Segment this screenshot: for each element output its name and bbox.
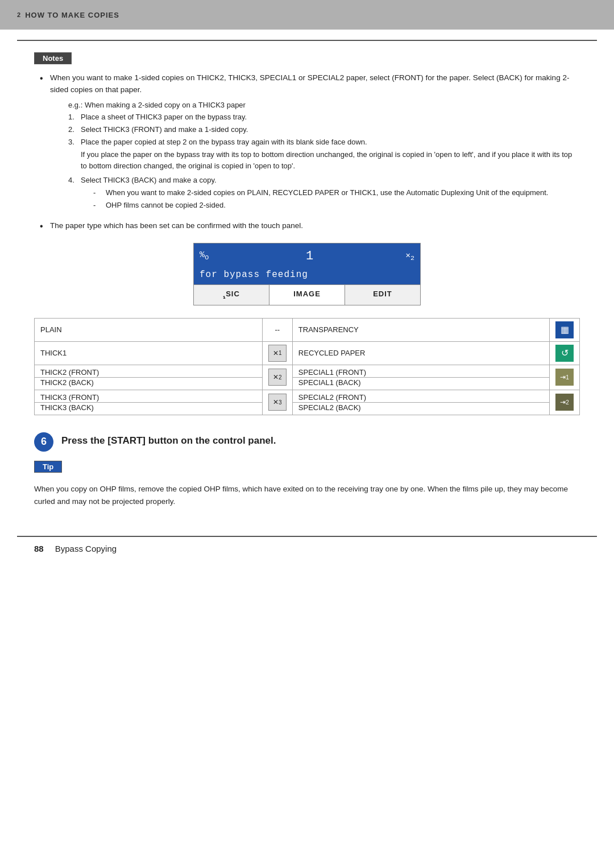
list-num-3: 3. [68,137,81,148]
list-item-1: 1. Place a sheet of THICK3 paper on the … [68,111,580,123]
list-num-4: 4. [68,175,81,186]
cell-thick2-front-label: THICK2 (FRONT) [35,365,263,377]
transparency-icon: ▦ [555,321,574,338]
tip-box: Tip [34,461,62,473]
ui-mid-row: for bypass feeding [194,268,420,284]
example-block: e.g.: When making a 2-sided copy on a TH… [34,101,580,211]
table-row-thick2-front: THICK2 (FRONT) ✕2 SPECIAL1 (FRONT) ⇥1 [35,365,580,377]
step4-sub-2: - OHP films cannot be copied 2-sided. [68,200,580,211]
list-num-1: 1. [68,111,81,123]
bullet-text-2: The paper type which has been set can be… [50,220,303,232]
footer-title: Bypass Copying [55,544,117,553]
recycled-icon: ↺ [555,345,574,362]
ui-btn-edit[interactable]: EDIT [345,285,420,305]
table-row-thick3-back: THICK3 (BACK) SPECIAL2 (BACK) [35,402,580,415]
list-text-1: Place a sheet of THICK3 paper on the byp… [81,111,247,123]
bullet-section-1: • When you want to make 1-sided copies o… [34,72,580,211]
list-item-4: 4. Select THICK3 (BACK) and make a copy. [68,175,580,186]
bullet-text-1: When you want to make 1-sided copies on … [50,72,580,96]
ui-screenshot: %o 1 ✕2 for bypass feeding ₁SIC IMAGE ED… [34,243,580,305]
table-row-thick3-front: THICK3 (FRONT) ✕3 SPECIAL2 (FRONT) ⇥2 [35,390,580,402]
numbered-list: 1. Place a sheet of THICK3 paper on the … [68,111,580,148]
cell-special1-icon: ⇥1 [550,365,580,390]
list-item-2: 2. Select THICK3 (FRONT) and make a 1-si… [68,124,580,135]
cell-transparency-icon: ▦ [550,318,580,341]
notes-box: Notes [34,52,72,64]
cell-special1-back-label: SPECIAL1 (BACK) [292,377,549,390]
step4-sub-1: - When you want to make 2-sided copies o… [68,187,580,199]
ui-percent: %o [200,250,209,262]
bullet-item-1: • When you want to make 1-sided copies o… [34,72,580,96]
ui-icon-top: ✕2 [406,250,414,262]
notes-label: Notes [35,53,71,64]
special2-icon: ⇥2 [555,394,574,411]
cell-thick2-back-label: THICK2 (BACK) [35,377,263,390]
tip-label: Tip [35,461,61,472]
cell-thick2-icon: ✕2 [262,365,292,390]
paper-table: PLAIN -- TRANSPARENCY ▦ THICK1 ✕1 RECYCL… [34,318,580,415]
list-text-3: Place the paper copied at step 2 on the … [81,137,367,148]
cell-plain-label: PLAIN [35,318,263,341]
list-text-2: Select THICK3 (FRONT) and make a 1-sided… [81,124,248,135]
cell-thick1-label: THICK1 [35,341,263,365]
thick3-icon: ✕3 [268,394,287,411]
thick2-icon: ✕2 [268,369,287,386]
cell-thick3-icon: ✕3 [262,390,292,415]
cell-special2-front-label: SPECIAL2 (FRONT) [292,390,549,402]
ui-btn-image[interactable]: IMAGE [269,285,345,305]
ui-panel: %o 1 ✕2 for bypass feeding ₁SIC IMAGE ED… [193,243,421,305]
list-num-2: 2. [68,124,81,135]
chapter-number: 2 [17,11,20,18]
cell-special2-back-label: SPECIAL2 (BACK) [292,402,549,415]
chapter-title: HOW TO MAKE COPIES [25,11,119,19]
dash-1: - [93,187,106,199]
ui-bottom-row: ₁SIC IMAGE EDIT [194,284,420,305]
bullet-dot-1: • [40,72,50,85]
cell-special1-front-label: SPECIAL1 (FRONT) [292,365,549,377]
step-6-text: Press the [START] button on the control … [61,431,276,448]
ui-btn-sic[interactable]: ₁SIC [194,285,269,305]
footer-bar: 88 Bypass Copying [0,537,614,560]
numbered-list-2: 4. Select THICK3 (BACK) and make a copy. [68,175,580,186]
table-row-plain: PLAIN -- TRANSPARENCY ▦ [35,318,580,341]
table-row-thick1: THICK1 ✕1 RECYCLED PAPER ↺ [35,341,580,365]
example-label: e.g.: When making a 2-sided copy on a TH… [68,101,580,109]
step-6-number: 6 [34,432,53,452]
step3-sub-para: If you place the paper on the bypass tra… [68,149,580,172]
ui-top-row: %o 1 ✕2 [194,243,420,268]
footer-page-number: 88 [34,544,44,553]
cell-recycled-icon: ↺ [550,341,580,365]
cell-transparency-label: TRANSPARENCY [292,318,549,341]
cell-recycled-label: RECYCLED PAPER [292,341,549,365]
ui-one: 1 [214,249,406,263]
list-text-4: Select THICK3 (BACK) and make a copy. [81,175,217,186]
tip-text: When you copy on OHP films, remove the c… [34,483,580,507]
step4-sub-text-2: OHP films cannot be copied 2-sided. [106,200,226,211]
cell-special2-icon: ⇥2 [550,390,580,415]
main-content: Notes • When you want to make 1-sided co… [0,41,614,536]
bullet-dot-2: • [40,220,50,233]
special1-icon: ⇥1 [555,369,574,386]
header-bar: 2 HOW TO MAKE COPIES [0,0,614,30]
step4-sub-text-1: When you want to make 2-sided copies on … [106,187,548,199]
bullet-item-2: • The paper type which has been set can … [34,220,580,233]
cell-thick3-front-label: THICK3 (FRONT) [35,390,263,402]
cell-thick3-back-label: THICK3 (BACK) [35,402,263,415]
thick1-icon: ✕1 [268,345,287,362]
dash-2: - [93,200,106,211]
cell-plain-icon: -- [262,318,292,341]
step-6-section: 6 Press the [START] button on the contro… [34,431,580,452]
cell-thick1-icon: ✕1 [262,341,292,365]
table-row-thick2-back: THICK2 (BACK) SPECIAL1 (BACK) [35,377,580,390]
list-item-3: 3. Place the paper copied at step 2 on t… [68,137,580,148]
